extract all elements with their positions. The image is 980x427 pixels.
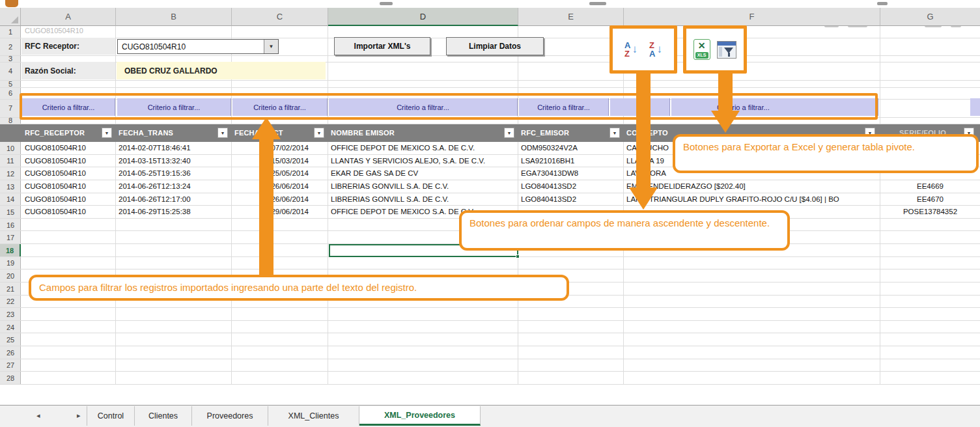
cell-nombre-emisor: OFFICE DEPOT DE MEXICO S.A. DE C.V.	[331, 142, 520, 155]
tab-xml-clientes[interactable]: XML_Clientes	[268, 406, 359, 426]
sort-callout: Botones para ordenar campos de manera as…	[459, 210, 790, 251]
razon-social-label: Razón Social:	[21, 62, 115, 79]
down-arrow-shaft	[636, 73, 651, 189]
gridline	[0, 55, 980, 56]
cell-rfc-emisor: LGO840413SD2	[521, 180, 625, 193]
filter-row-highlight-box	[20, 93, 878, 120]
down-arrow-icon: ↓	[632, 43, 637, 56]
filter-dropdown-icon[interactable]: ▼	[314, 128, 324, 138]
cell-rfc-receptor: CUGO810504R10	[25, 155, 116, 168]
cell-nombre-emisor: LIBRERIAS GONVILL S.A. DE C.V.	[331, 193, 520, 206]
filter-dropdown-icon[interactable]: ▼	[102, 128, 112, 138]
artifact	[589, 2, 606, 5]
sort-buttons-highlight-box: A Z ↓ Z A ↓	[609, 25, 677, 74]
tab-scroll-left-icon[interactable]: ◂	[36, 411, 40, 420]
cell-rfc-emisor: LGO840413SD2	[521, 193, 625, 206]
down-arrow-icon: ↓	[656, 43, 662, 56]
importar-xmls-button[interactable]: Importar XML's	[334, 37, 430, 55]
column-header-c[interactable]: C	[232, 8, 328, 26]
pivot-table-button[interactable]	[717, 41, 736, 59]
tab-clientes[interactable]: Clientes	[135, 406, 192, 426]
rfc-receptor-input[interactable]	[118, 40, 264, 53]
cell-nombre-emisor: EKAR DE GAS SA DE CV	[331, 167, 520, 180]
gridline	[0, 80, 980, 81]
sort-descending-button[interactable]: Z A ↓	[649, 41, 662, 58]
cell-fecha-trans: 2014-06-26T12:17:00	[119, 193, 229, 206]
razon-social-value[interactable]: OBED CRUZ GALLARDO	[117, 62, 326, 79]
up-arrow-icon	[252, 117, 281, 139]
row-header-2[interactable]: 2	[0, 38, 21, 55]
header-rfc-receptor: RFC_RECEPTOR	[25, 124, 85, 142]
cell-fecha-trans: 2014-06-29T15:25:38	[119, 206, 229, 219]
tab-control[interactable]: Control	[87, 406, 135, 426]
down-arrow-icon	[711, 111, 740, 133]
cropped-ribbon-artifact	[5, 0, 18, 7]
excel-window: A B C D E F G 1 2 3 4 5 6 7 8 9 10111213…	[0, 0, 980, 427]
sheet-tab-bar: ◂ ▸ Control Clientes Proveedores XML_Cli…	[0, 405, 980, 427]
header-rfc-emisor: RFC_EMISOR	[521, 124, 569, 142]
cell-rfc-receptor: CUGO810504R10	[25, 167, 116, 180]
column-header-a[interactable]: A	[21, 8, 116, 26]
header-fecha-trans: FECHA_TRANS	[119, 124, 173, 142]
cell-fecha-trans: 2014-03-15T13:32:40	[119, 155, 229, 168]
export-buttons-highlight-box: ✕ XLS	[683, 25, 747, 74]
header-nombre-emisor: NOMBRE EMISOR	[331, 124, 395, 142]
cell-serie-folio: POSE13784352	[880, 206, 980, 219]
cell-serie-folio: EE4670	[880, 193, 980, 206]
column-header-b[interactable]: B	[116, 8, 232, 26]
fill-handle[interactable]	[516, 255, 520, 258]
row-header-6[interactable]: 6	[0, 87, 21, 99]
cell-nombre-emisor: LIBRERIAS GONVILL S.A. DE C.V.	[331, 180, 520, 193]
column-header-f[interactable]: F	[624, 8, 880, 26]
column-header-g[interactable]: G	[880, 8, 980, 26]
row-header-7[interactable]: 7	[0, 99, 21, 117]
tab-scroll-right-icon[interactable]: ▸	[77, 411, 81, 420]
down-arrow-shaft	[718, 73, 733, 112]
down-arrow-icon	[629, 187, 658, 210]
cell-fecha-trans: 2014-02-07T18:46:41	[119, 142, 229, 155]
cell-fecha-trans: 2014-06-26T12:13:24	[119, 180, 229, 193]
cell-rfc-receptor: CUGO810504R10	[25, 180, 116, 193]
rfc-receptor-label: RFC Receptor:	[21, 38, 115, 55]
tab-xml-proveedores[interactable]: XML_Proveedores	[359, 406, 481, 426]
cell-rfc-receptor: CUGO810504R10	[25, 142, 116, 155]
gridline	[0, 87, 980, 88]
table-row[interactable]: CUGO810504R10 2014-06-26T12:13:24 26/06/…	[0, 180, 980, 193]
rfc-receptor-combobox[interactable]: ▼	[117, 39, 279, 54]
row-header-3[interactable]: 3	[0, 55, 21, 62]
cell-serie-folio: EE4669	[880, 180, 980, 193]
export-callout: Botones para Exportar a Excel y generar …	[673, 134, 979, 173]
sort-ascending-button[interactable]: A Z ↓	[624, 41, 637, 58]
cell-fecha-trans: 2014-05-25T19:15:36	[119, 167, 229, 180]
limpiar-datos-button[interactable]: Limpiar Datos	[446, 37, 544, 55]
xls-file-icon: ✕	[694, 40, 710, 52]
table-row[interactable]: CUGO810504R10 2014-06-26T12:17:00 26/06/…	[0, 193, 980, 206]
filter-dropdown-icon[interactable]: ▼	[609, 128, 620, 138]
cell-rfc-emisor: ODM950324V2A	[521, 142, 625, 155]
filter-callout: Campos para filtrar los registros import…	[29, 275, 569, 301]
pivot-table-icon	[718, 42, 736, 46]
artifact	[380, 2, 393, 5]
row-header-1[interactable]: 1	[0, 26, 21, 38]
row-header-8[interactable]: 8	[0, 117, 21, 124]
cell-rfc-receptor: CUGO810504R10	[25, 206, 116, 219]
cell-rfc-emisor: EGA730413DW8	[521, 167, 625, 180]
column-header-e[interactable]: E	[518, 8, 624, 26]
select-all-corner[interactable]	[0, 8, 21, 26]
up-arrow-shaft	[259, 137, 273, 276]
filter-dropdown-icon[interactable]: ▼	[504, 128, 514, 138]
row-header-4[interactable]: 4	[0, 62, 21, 80]
cell-nombre-emisor: LLANTAS Y SERVICIOS ALEJO, S.A. DE C.V.	[331, 155, 520, 168]
cell-rfc-emisor: LSA921016BH1	[521, 155, 625, 168]
export-excel-button[interactable]: ✕ XLS	[693, 39, 710, 60]
filter-dropdown-icon[interactable]: ▼	[217, 128, 228, 138]
tab-proveedores[interactable]: Proveedores	[192, 406, 268, 426]
row-header-5[interactable]: 5	[0, 80, 21, 87]
cell-rfc-receptor: CUGO810504R10	[25, 193, 116, 206]
filter-field-partial[interactable]	[970, 98, 980, 116]
chevron-down-icon[interactable]: ▼	[264, 40, 278, 53]
column-header-d[interactable]: D	[328, 8, 518, 26]
artifact	[877, 2, 888, 5]
cell-a1-value[interactable]: CUGO810504R10	[25, 27, 83, 37]
